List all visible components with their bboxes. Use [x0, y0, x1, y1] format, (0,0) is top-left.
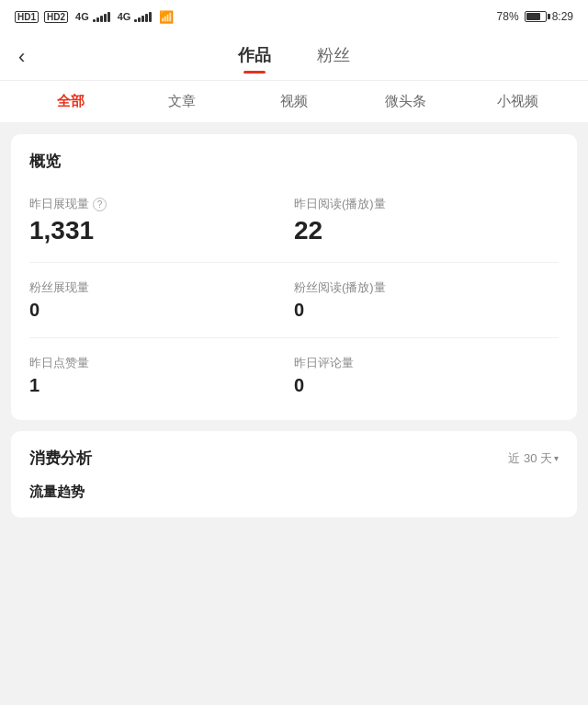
help-icon[interactable]: ? — [93, 198, 107, 211]
navigation-bar: ‹ 作品 粉丝 — [0, 33, 588, 81]
stat-reads: 昨日阅读(播放)量 22 — [294, 188, 559, 253]
hd1-label: HD1 — [15, 11, 39, 23]
stat-divider-1 — [29, 262, 559, 263]
stat-fan-impressions-label: 粉丝展现量 — [29, 279, 294, 296]
hd2-label: HD2 — [44, 11, 68, 23]
stat-likes: 昨日点赞量 1 — [29, 347, 294, 404]
back-button[interactable]: ‹ — [18, 45, 55, 69]
filter-tab-micro[interactable]: 微头条 — [350, 82, 462, 121]
status-right: 78% 8:29 — [497, 10, 573, 23]
stats-grid: 昨日展现量 ? 1,331 昨日阅读(播放)量 22 粉丝展现量 0 — [29, 188, 559, 404]
filter-tab-article[interactable]: 文章 — [127, 82, 239, 121]
stat-fan-reads-value: 0 — [294, 300, 559, 321]
battery-percent: 78% — [497, 10, 519, 23]
overview-title: 概览 — [29, 151, 559, 172]
analysis-card: 消费分析 近 30 天 ▾ 流量趋势 — [11, 431, 577, 517]
stat-likes-value: 1 — [29, 375, 294, 396]
overview-card: 概览 昨日展现量 ? 1,331 昨日阅读(播放)量 22 粉丝展现 — [11, 134, 577, 420]
status-bar: HD1 HD2 4G 4G 📶 78% 8:29 — [0, 0, 588, 33]
nav-tab-works[interactable]: 作品 — [238, 44, 271, 70]
time-display: 8:29 — [552, 10, 573, 23]
filter-tab-short-video[interactable]: 小视频 — [461, 82, 573, 121]
stat-fan-reads-label: 粉丝阅读(播放)量 — [294, 279, 559, 296]
battery-icon — [525, 11, 547, 22]
nav-tab-fans[interactable]: 粉丝 — [317, 44, 350, 70]
stat-impressions-value: 1,331 — [29, 216, 294, 245]
filter-tab-all[interactable]: 全部 — [15, 82, 127, 121]
nav-tabs: 作品 粉丝 — [55, 44, 533, 70]
analysis-title: 消费分析 — [29, 448, 92, 469]
analysis-filter-button[interactable]: 近 30 天 ▾ — [508, 450, 559, 467]
signal-4g-2: 4G — [118, 11, 131, 22]
stat-likes-label: 昨日点赞量 — [29, 355, 294, 371]
stat-fan-impressions-value: 0 — [29, 300, 294, 321]
stat-impressions: 昨日展现量 ? 1,331 — [29, 188, 294, 253]
chevron-down-icon: ▾ — [554, 453, 559, 463]
battery-fill — [526, 13, 541, 20]
stat-comments-label: 昨日评论量 — [294, 355, 559, 371]
wifi-icon: 📶 — [159, 10, 174, 24]
signal-4g: 4G — [75, 11, 89, 22]
stat-reads-label: 昨日阅读(播放)量 — [294, 196, 559, 212]
stat-comments: 昨日评论量 0 — [294, 347, 559, 404]
main-content: 概览 昨日展现量 ? 1,331 昨日阅读(播放)量 22 粉丝展现 — [0, 123, 588, 540]
stat-comments-value: 0 — [294, 375, 559, 396]
status-left: HD1 HD2 4G 4G 📶 — [15, 10, 174, 24]
signal-icon-2 — [134, 11, 152, 22]
signal-icon — [93, 11, 110, 22]
stat-impressions-label: 昨日展现量 ? — [29, 196, 294, 212]
stat-divider-2 — [29, 337, 559, 338]
flow-trend-title: 流量趋势 — [29, 483, 559, 501]
analysis-header: 消费分析 近 30 天 ▾ — [29, 448, 559, 469]
stat-reads-value: 22 — [294, 216, 559, 245]
filter-tabs: 全部 文章 视频 微头条 小视频 — [0, 81, 588, 123]
stat-fan-impressions: 粉丝展现量 0 — [29, 272, 294, 328]
analysis-filter-label: 近 30 天 — [508, 450, 552, 467]
filter-tab-video[interactable]: 视频 — [238, 82, 350, 121]
stat-fan-reads: 粉丝阅读(播放)量 0 — [294, 272, 559, 328]
